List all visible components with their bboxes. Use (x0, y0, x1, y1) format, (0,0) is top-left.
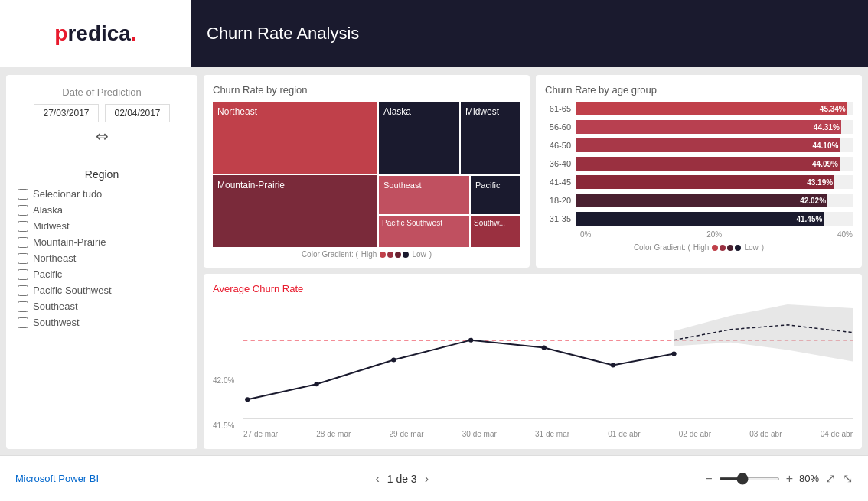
x-axis-labels: 27 de mar 28 de mar 29 de mar 30 de mar … (243, 430, 853, 438)
region-southwest-cb[interactable] (18, 317, 28, 328)
y-label-42: 42.0% (213, 376, 234, 385)
region-southeast[interactable]: Southeast (18, 301, 186, 312)
bar-container-5660: 44.31% (576, 120, 853, 134)
region-southwest[interactable]: Southwest (18, 317, 186, 328)
treemap-pacific[interactable]: Pacific (471, 176, 520, 214)
treemap-midwest[interactable]: Midwest (461, 102, 520, 174)
zoom-in-button[interactable]: + (786, 472, 793, 486)
date-start-input[interactable] (34, 104, 99, 122)
treemap-alaska[interactable]: Alaska (379, 102, 459, 174)
age-gradient-low: Low (744, 243, 758, 252)
date-end-input[interactable] (105, 104, 170, 122)
bar-value-3640: 44.09% (812, 160, 838, 168)
age-gradient-high: High (693, 243, 710, 252)
treemap-sw[interactable]: Southw... (471, 216, 520, 247)
line-title-prefix: Average (213, 283, 253, 294)
region-mountain[interactable]: Mountain-Prairie (18, 236, 186, 248)
bar-row-3135: 31-35 41.45% (545, 212, 853, 226)
x-label-5: 31 de mar (535, 430, 569, 438)
point-5 (542, 346, 547, 350)
date-range-icon[interactable]: ⇔ (34, 127, 170, 145)
logo-p: p (54, 21, 67, 45)
main-line (247, 340, 674, 399)
bar-row-5660: 56-60 44.31% (545, 120, 853, 134)
zoom-out-button[interactable]: − (705, 472, 712, 486)
axis-0: 0% (580, 230, 591, 239)
y-label-415: 41.5% (213, 421, 234, 430)
region-pacsw[interactable]: Pacific Southwest (18, 285, 186, 296)
power-bi-link[interactable]: Microsoft Power BI (15, 473, 99, 484)
point-4 (468, 338, 473, 343)
age-gradient-label: Color Gradient: ( (634, 243, 690, 252)
bar-value-3135: 41.45% (796, 215, 822, 223)
gradient-low: Low (412, 250, 426, 259)
x-label-2: 28 de mar (316, 430, 351, 438)
treemap-mountain[interactable]: Mountain-Prairie (213, 175, 377, 247)
dot-4 (403, 252, 409, 258)
dot-3 (395, 252, 401, 258)
region-pacific-cb[interactable] (18, 269, 28, 280)
region-midwest[interactable]: Midwest (18, 220, 186, 232)
bar-label-3640: 36-40 (545, 159, 576, 168)
treemap-southeast[interactable]: Southeast (379, 176, 469, 214)
chart-area (243, 301, 853, 419)
bar-fill-6165: 45.34% (576, 102, 847, 115)
region-northeast-cb[interactable] (18, 253, 28, 264)
date-label: Date of Prediction (34, 86, 170, 98)
bar-fill-4650: 44.10% (576, 138, 840, 152)
age-panel: Churn Rate by age group 61-65 45.34% (536, 75, 862, 268)
bar-fill-4145: 43.19% (576, 175, 834, 189)
bar-container-4650: 44.10% (576, 138, 853, 152)
region-section: Region Selecionar tudo Alaska Midwest Mo… (18, 168, 186, 333)
bar-container-1820: 42.02% (576, 194, 853, 207)
next-page-button[interactable]: › (425, 472, 429, 486)
treemap-northeast-label: Northeast (217, 106, 257, 117)
bar-value-4145: 43.19% (807, 178, 833, 187)
bottom-bar: Microsoft Power BI ‹ 1 de 3 › − + 80% ⤢ … (0, 455, 868, 501)
x-label-6: 01 de abr (608, 430, 640, 438)
region-northeast-label: Northeast (33, 252, 76, 264)
bar-container-6165: 45.34% (576, 102, 853, 115)
region-northeast[interactable]: Northeast (18, 252, 186, 264)
point-1 (245, 397, 250, 402)
prev-page-button[interactable]: ‹ (375, 472, 379, 486)
logo-text: redica (67, 21, 131, 45)
bar-container-4145: 43.19% (576, 175, 853, 189)
bar-fill-3640: 44.09% (576, 157, 840, 171)
logo-dot: . (131, 21, 137, 45)
bar-row-6165: 61-65 45.34% (545, 102, 853, 115)
treemap-pacsw-label: Pacific Southwest (382, 219, 442, 227)
bar-fill-3135: 41.45% (576, 212, 824, 226)
page-title: Churn Rate Analysis (207, 24, 359, 44)
line-panel: Average Churn Rate 42.0% 41.5% (204, 274, 862, 449)
bar-fill-1820: 42.02% (576, 194, 827, 207)
treemap-panel: Churn Rate by region Northeast Mountain-… (204, 75, 530, 268)
sidebar: Date of Prediction ⇔ Region Selecionar t… (6, 75, 197, 449)
region-pacsw-cb[interactable] (18, 285, 28, 296)
point-3 (391, 358, 396, 363)
treemap-pacsw[interactable]: Pacific Southwest (379, 216, 469, 247)
treemap-alaska-label: Alaska (383, 106, 411, 117)
fullscreen-icon[interactable]: ⤢ (825, 471, 835, 486)
bar-axis: 0% 20% 40% (545, 230, 853, 239)
treemap-gradient: Color Gradient: ( High Low ) (213, 250, 520, 259)
region-selecionar-cb[interactable] (18, 189, 28, 200)
region-title: Region (18, 168, 186, 181)
zoom-slider[interactable] (719, 477, 780, 480)
treemap-mountain-label: Mountain-Prairie (217, 180, 285, 190)
region-selecionar[interactable]: Selecionar tudo (18, 188, 186, 200)
region-mountain-cb[interactable] (18, 237, 28, 248)
region-alaska-cb[interactable] (18, 205, 28, 216)
treemap-title: Churn Rate by region (213, 84, 520, 96)
treemap-sw-label: Southw... (474, 219, 505, 227)
region-alaska[interactable]: Alaska (18, 204, 186, 216)
region-midwest-cb[interactable] (18, 221, 28, 232)
treemap-northeast[interactable]: Northeast (213, 102, 377, 174)
region-alaska-label: Alaska (33, 204, 63, 216)
popout-icon[interactable]: ⤡ (843, 471, 853, 486)
region-southeast-cb[interactable] (18, 301, 28, 312)
region-pacific[interactable]: Pacific (18, 268, 186, 280)
x-label-7: 02 de abr (679, 430, 711, 438)
x-label-3: 29 de mar (390, 430, 424, 438)
bar-container-3135: 41.45% (576, 212, 853, 226)
